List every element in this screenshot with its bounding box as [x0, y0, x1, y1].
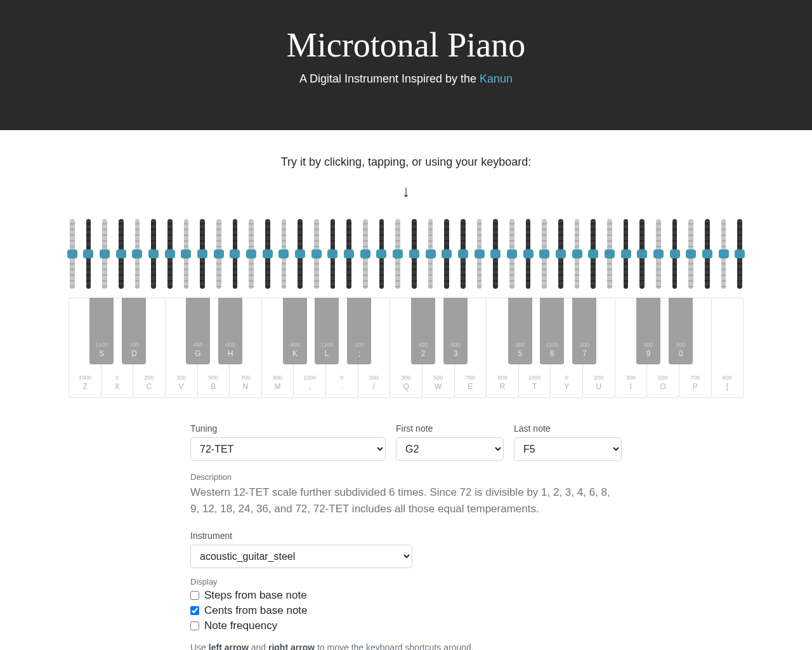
tuning-slider[interactable]: [444, 219, 449, 289]
tuning-slider[interactable]: [591, 219, 596, 289]
tuning-slider[interactable]: [477, 219, 482, 289]
slider-thumb[interactable]: [230, 249, 240, 258]
tuning-slider[interactable]: [346, 219, 351, 289]
tuning-slider[interactable]: [526, 219, 531, 289]
tuning-slider[interactable]: [314, 219, 319, 289]
black-key[interactable]: 100D: [122, 298, 146, 364]
display-freq-row[interactable]: Note frequency: [190, 620, 622, 632]
slider-thumb[interactable]: [246, 249, 256, 258]
display-cents-checkbox[interactable]: [190, 606, 199, 615]
black-key[interactable]: 4002: [411, 298, 435, 364]
slider-thumb[interactable]: [165, 249, 175, 258]
tuning-slider[interactable]: [688, 219, 693, 289]
slider-thumb[interactable]: [490, 249, 501, 258]
tuning-slider[interactable]: [412, 219, 417, 289]
slider-thumb[interactable]: [181, 249, 191, 258]
slider-thumb[interactable]: [621, 249, 631, 258]
slider-thumb[interactable]: [588, 249, 598, 258]
slider-thumb[interactable]: [393, 249, 403, 258]
tuning-slider[interactable]: [282, 219, 287, 289]
black-key[interactable]: 4009: [636, 298, 660, 364]
black-key[interactable]: 6000: [669, 298, 693, 364]
slider-thumb[interactable]: [686, 249, 696, 258]
slider-thumb[interactable]: [360, 249, 370, 258]
tuning-slider[interactable]: [395, 219, 400, 289]
white-key[interactable]: 800[: [712, 298, 744, 398]
slider-thumb[interactable]: [197, 249, 207, 258]
slider-thumb[interactable]: [458, 249, 468, 258]
slider-thumb[interactable]: [735, 249, 745, 258]
slider-thumb[interactable]: [653, 249, 664, 258]
tuning-slider[interactable]: [216, 219, 221, 289]
slider-thumb[interactable]: [442, 249, 452, 258]
tuning-slider[interactable]: [200, 219, 205, 289]
tuning-slider[interactable]: [509, 219, 514, 289]
display-freq-checkbox[interactable]: [190, 621, 199, 630]
tuning-slider[interactable]: [656, 219, 661, 289]
black-key[interactable]: 600H: [218, 298, 242, 364]
black-key[interactable]: 9005: [508, 298, 532, 364]
tuning-slider[interactable]: [428, 219, 433, 289]
tuning-slider[interactable]: [705, 219, 710, 289]
tuning-slider[interactable]: [493, 219, 498, 289]
tuning-slider[interactable]: [184, 219, 189, 289]
last-note-select[interactable]: F5: [514, 437, 622, 461]
slider-thumb[interactable]: [263, 249, 273, 258]
slider-thumb[interactable]: [523, 249, 534, 258]
black-key[interactable]: 900K: [283, 298, 307, 364]
slider-thumb[interactable]: [475, 249, 485, 258]
tuning-slider[interactable]: [298, 219, 303, 289]
slider-thumb[interactable]: [507, 249, 517, 258]
black-key[interactable]: 400G: [186, 298, 210, 364]
tuning-slider[interactable]: [575, 219, 580, 289]
tuning-slider[interactable]: [721, 219, 726, 289]
slider-thumb[interactable]: [344, 249, 354, 258]
tuning-slider[interactable]: [70, 219, 75, 289]
slider-thumb[interactable]: [295, 249, 305, 258]
slider-thumb[interactable]: [376, 249, 386, 258]
first-note-select[interactable]: G2: [396, 437, 504, 461]
slider-thumb[interactable]: [116, 249, 126, 258]
slider-thumb[interactable]: [702, 249, 712, 258]
tuning-select[interactable]: 72-TET: [190, 437, 386, 461]
instrument-select[interactable]: acoustic_guitar_steel: [190, 545, 412, 568]
black-key[interactable]: 100;: [347, 298, 371, 364]
display-steps-row[interactable]: Steps from base note: [190, 589, 622, 602]
tuning-slider[interactable]: [249, 219, 254, 289]
black-key[interactable]: 1100S: [89, 298, 114, 364]
black-key[interactable]: 11006: [540, 298, 564, 364]
tuning-slider[interactable]: [461, 219, 466, 289]
tuning-slider[interactable]: [331, 219, 336, 289]
tuning-slider[interactable]: [86, 219, 91, 289]
tuning-slider[interactable]: [167, 219, 173, 289]
tuning-slider[interactable]: [119, 219, 124, 289]
slider-thumb[interactable]: [637, 249, 647, 258]
slider-thumb[interactable]: [311, 249, 322, 258]
display-steps-checkbox[interactable]: [190, 591, 199, 600]
display-cents-row[interactable]: Cents from base note: [190, 604, 622, 617]
tuning-slider[interactable]: [639, 219, 645, 289]
tuning-slider[interactable]: [102, 219, 107, 289]
tuning-slider[interactable]: [233, 219, 238, 289]
tuning-slider[interactable]: [379, 219, 384, 289]
slider-thumb[interactable]: [572, 249, 582, 258]
black-key[interactable]: 6003: [443, 298, 468, 364]
tuning-slider[interactable]: [607, 219, 612, 289]
slider-thumb[interactable]: [539, 249, 549, 258]
slider-thumb[interactable]: [214, 249, 224, 258]
slider-thumb[interactable]: [83, 249, 93, 258]
slider-thumb[interactable]: [278, 249, 289, 258]
tuning-slider[interactable]: [542, 219, 547, 289]
tuning-slider[interactable]: [151, 219, 156, 289]
slider-thumb[interactable]: [100, 249, 110, 258]
slider-thumb[interactable]: [556, 249, 566, 258]
tuning-slider[interactable]: [624, 219, 629, 289]
tuning-slider[interactable]: [363, 219, 368, 289]
slider-thumb[interactable]: [426, 249, 436, 258]
black-key[interactable]: 1100L: [315, 298, 339, 364]
kanun-link[interactable]: Kanun: [480, 72, 513, 85]
slider-thumb[interactable]: [605, 249, 615, 258]
slider-thumb[interactable]: [719, 249, 729, 258]
tuning-slider[interactable]: [558, 219, 563, 289]
slider-thumb[interactable]: [670, 249, 680, 258]
